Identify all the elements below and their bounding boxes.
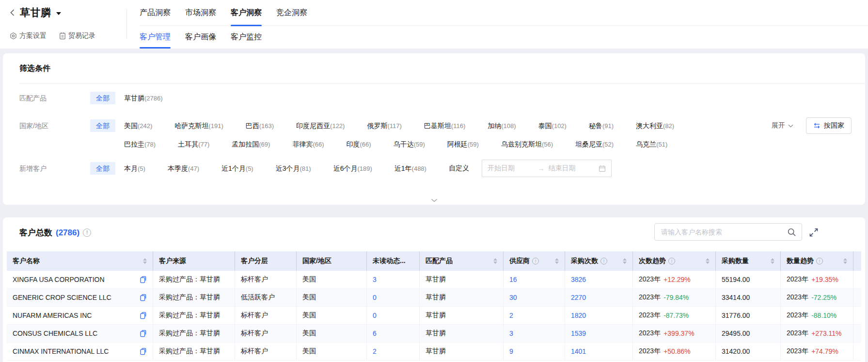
purchase-count[interactable]: 1820 xyxy=(571,312,586,319)
page-title[interactable]: 草甘膦 xyxy=(20,6,51,19)
custom-range-link[interactable]: 自定义 xyxy=(449,164,469,173)
supplier-count[interactable]: 30 xyxy=(509,294,517,301)
purchase-count[interactable]: 1401 xyxy=(571,347,586,355)
column-header[interactable] xyxy=(853,251,861,271)
supplier-count[interactable]: 9 xyxy=(509,347,513,355)
new-customer-all-chip[interactable]: 全部 xyxy=(90,162,115,175)
filter-option[interactable]: 泰国(102) xyxy=(538,119,567,132)
filter-option[interactable]: 近1年(488) xyxy=(395,162,426,175)
sort-icon[interactable] xyxy=(703,258,710,264)
collapse-filter-button[interactable] xyxy=(421,197,447,203)
sort-icon[interactable] xyxy=(140,258,147,264)
filter-option[interactable]: 哈萨克斯坦(191) xyxy=(174,119,223,132)
sort-icon[interactable] xyxy=(840,258,847,264)
fullscreen-icon[interactable] xyxy=(808,227,819,238)
start-date-input[interactable]: 开始日期 xyxy=(488,164,534,173)
sub-tab[interactable]: 客户监控 xyxy=(231,26,262,49)
copy-icon[interactable] xyxy=(140,294,147,301)
column-header[interactable]: 次数趋势 ! xyxy=(633,251,716,271)
date-range-picker[interactable]: 开始日期 → 结束日期 xyxy=(482,160,612,177)
filter-option[interactable]: 近6个月(189) xyxy=(333,162,372,175)
customer-name[interactable]: CINMAX INTERNATIONAL LLC xyxy=(13,347,109,355)
main-tab[interactable]: 产品洞察 xyxy=(140,0,171,25)
column-header[interactable]: 数量趋势 ! xyxy=(781,251,853,271)
end-date-input[interactable]: 结束日期 xyxy=(548,164,595,173)
info-icon[interactable]: ! xyxy=(816,258,823,264)
purchase-count[interactable]: 1539 xyxy=(571,329,586,337)
supplier-count[interactable]: 3 xyxy=(509,329,513,337)
column-header[interactable]: 客户来源 xyxy=(153,251,235,271)
filter-option[interactable]: 土耳其(77) xyxy=(178,138,209,151)
copy-icon[interactable] xyxy=(140,329,147,337)
by-country-button[interactable]: 按国家 xyxy=(806,117,852,134)
customer-name[interactable]: CONSUS CHEMICALS LLC xyxy=(13,329,97,337)
filter-option[interactable]: 俄罗斯(117) xyxy=(367,119,401,132)
expand-toggle[interactable]: 展开 xyxy=(772,121,793,130)
filter-option[interactable]: 阿根廷(59) xyxy=(447,138,479,151)
filter-option[interactable]: 印度尼西亚(122) xyxy=(296,119,345,132)
title-dropdown-caret-icon[interactable] xyxy=(56,12,61,15)
column-header[interactable]: 客户名称 xyxy=(7,251,153,271)
unread-count[interactable]: 2 xyxy=(373,347,377,355)
info-icon[interactable]: ! xyxy=(83,229,91,237)
filter-option[interactable]: 澳大利亚(82) xyxy=(636,119,674,132)
customer-name[interactable]: GENERIC CROP SCIENCE LLC xyxy=(13,294,111,301)
filter-option[interactable]: 菲律宾(66) xyxy=(292,138,324,151)
back-icon[interactable] xyxy=(10,9,15,16)
filter-option[interactable]: 坦桑尼亚(52) xyxy=(575,138,614,151)
unread-count[interactable]: 0 xyxy=(373,294,377,301)
filter-option[interactable]: 本季度(47) xyxy=(168,162,199,175)
purchase-count[interactable]: 2270 xyxy=(571,294,586,301)
product-all-chip[interactable]: 全部 xyxy=(90,92,115,104)
column-header[interactable]: 国家/地区 xyxy=(297,251,367,271)
copy-icon[interactable] xyxy=(140,312,147,319)
column-header[interactable]: 供应商 ! xyxy=(504,251,565,271)
sub-tab[interactable]: 客户画像 xyxy=(185,26,216,49)
trade-records-button[interactable]: 贸易记录 xyxy=(59,32,95,40)
filter-option[interactable]: 乌克兰(51) xyxy=(636,138,667,151)
search-input[interactable] xyxy=(660,228,783,236)
filter-option[interactable]: 印度(66) xyxy=(347,138,371,151)
filter-option[interactable]: 巴拉圭(78) xyxy=(124,138,156,151)
info-icon[interactable]: ! xyxy=(668,258,675,264)
filter-option[interactable]: 乌干达(59) xyxy=(394,138,425,151)
sort-icon[interactable] xyxy=(620,258,627,264)
filter-option[interactable]: 加纳(108) xyxy=(488,119,516,132)
sort-icon[interactable] xyxy=(768,258,774,264)
customer-name[interactable]: NUFARM AMERICAS INC xyxy=(13,312,92,319)
scheme-settings-button[interactable]: 方案设置 xyxy=(10,32,47,40)
sub-tab[interactable]: 客户管理 xyxy=(140,26,171,49)
supplier-count[interactable]: 16 xyxy=(509,276,517,283)
unread-count[interactable]: 0 xyxy=(373,312,377,319)
search-icon[interactable] xyxy=(787,228,796,237)
sort-icon[interactable] xyxy=(859,258,861,264)
main-tab[interactable]: 市场洞察 xyxy=(185,0,216,25)
column-header[interactable]: 匹配产品 xyxy=(420,251,504,271)
info-icon[interactable]: ! xyxy=(532,258,539,264)
filter-option[interactable]: 草甘膦(2786) xyxy=(124,92,163,105)
sort-icon[interactable] xyxy=(490,258,497,264)
main-tab[interactable]: 客户洞察 xyxy=(231,0,262,25)
column-header[interactable]: 采购数量 xyxy=(716,251,781,271)
filter-option[interactable]: 本月(5) xyxy=(124,162,145,175)
info-icon[interactable]: ! xyxy=(600,258,607,264)
column-header[interactable]: 客户分层 xyxy=(235,251,297,271)
supplier-count[interactable]: 2 xyxy=(509,312,513,319)
sort-icon[interactable] xyxy=(552,258,559,264)
filter-option[interactable]: 巴基斯坦(116) xyxy=(424,119,465,132)
customer-name[interactable]: XINGFA USA CORPORATION xyxy=(13,276,105,283)
filter-option[interactable]: 乌兹别克斯坦(56) xyxy=(501,138,553,151)
filter-option[interactable]: 美国(242) xyxy=(124,119,152,132)
copy-icon[interactable] xyxy=(140,347,147,355)
filter-option[interactable]: 孟加拉国(69) xyxy=(232,138,270,151)
filter-option[interactable]: 近3个月(81) xyxy=(276,162,311,175)
purchase-count[interactable]: 3826 xyxy=(571,276,586,283)
filter-option[interactable]: 巴西(163) xyxy=(246,119,274,132)
country-all-chip[interactable]: 全部 xyxy=(90,119,115,132)
unread-count[interactable]: 6 xyxy=(373,329,377,337)
filter-option[interactable]: 秘鲁(91) xyxy=(589,119,614,132)
copy-icon[interactable] xyxy=(140,276,147,283)
column-header[interactable]: 采购次数 ! xyxy=(565,251,633,271)
main-tab[interactable]: 竞企洞察 xyxy=(276,0,307,25)
unread-count[interactable]: 3 xyxy=(373,276,377,283)
